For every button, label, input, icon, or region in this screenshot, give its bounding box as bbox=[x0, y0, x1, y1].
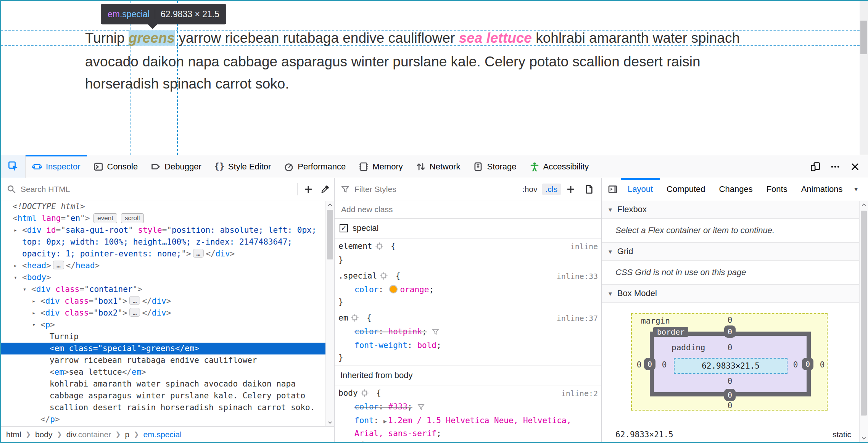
expand-inline-ellipsis[interactable]: … bbox=[129, 308, 140, 317]
breadcrumb-item-em.special[interactable]: em.special bbox=[143, 430, 181, 439]
padding-right-value[interactable]: 0 bbox=[789, 360, 802, 369]
page-scrollbar-thumb[interactable] bbox=[860, 21, 867, 54]
scroll-down-icon[interactable] bbox=[860, 434, 868, 442]
search-html-input[interactable] bbox=[20, 184, 295, 194]
css-rule[interactable]: inline:2body {color: #333;font: ▶1.2em /… bbox=[335, 385, 601, 442]
tab-debugger[interactable]: Debugger bbox=[144, 155, 208, 178]
pseudo-class-toggle[interactable]: :hov bbox=[519, 184, 541, 195]
border-right-value[interactable]: 0 bbox=[802, 358, 813, 370]
dom-node-row[interactable]: <em>sea lettuce</em> bbox=[1, 366, 326, 378]
twisty-expanded-icon[interactable]: ▾ bbox=[32, 319, 35, 331]
breadcrumb-item-html[interactable]: html bbox=[6, 430, 21, 439]
css-declaration[interactable]: color: orange; bbox=[338, 284, 597, 296]
dom-node-row[interactable]: ▸<div class="box1">…</div> bbox=[1, 295, 326, 307]
css-rule[interactable]: inline:33.special {color: orange;} bbox=[335, 268, 601, 310]
css-declaration[interactable]: font-weight: bold; bbox=[338, 339, 597, 351]
padding-top-value[interactable]: 0 bbox=[723, 343, 736, 352]
dom-node-row[interactable]: kohlrabi amaranth water spinach avocado … bbox=[1, 378, 326, 414]
dom-node-row[interactable]: ▸<div id="saka-gui-root" style="position… bbox=[1, 224, 326, 260]
markup-scrollbar-thumb[interactable] bbox=[327, 210, 333, 259]
dom-node-row[interactable]: yarrow ricebean rutabaga endive cauliflo… bbox=[1, 354, 326, 366]
expand-sidebar-icon[interactable] bbox=[605, 178, 621, 200]
rule-source-link[interactable]: inline bbox=[570, 240, 598, 253]
margin-bottom-value[interactable]: 0 bbox=[723, 401, 736, 410]
close-devtools-button[interactable] bbox=[847, 158, 863, 175]
breadcrumb-item-p[interactable]: p bbox=[125, 430, 130, 439]
highlight-selector-icon[interactable] bbox=[361, 388, 369, 401]
padding-bottom-value[interactable]: 0 bbox=[723, 377, 736, 386]
add-rule-button[interactable] bbox=[562, 181, 579, 198]
class-checkbox[interactable]: ✓ bbox=[340, 224, 348, 232]
add-new-class-input[interactable] bbox=[340, 205, 596, 214]
scroll-up-icon[interactable] bbox=[326, 201, 334, 209]
filter-styles-input[interactable] bbox=[354, 184, 519, 194]
page-scrollbar[interactable] bbox=[860, 1, 868, 155]
sidebar-tab-changes[interactable]: Changes bbox=[712, 178, 760, 200]
expand-shorthand-icon[interactable]: ▶ bbox=[383, 418, 387, 425]
margin-right-value[interactable]: 0 bbox=[816, 360, 829, 369]
twisty-expanded-icon[interactable]: ▾ bbox=[23, 284, 26, 295]
overridden-filter-icon[interactable] bbox=[417, 402, 425, 414]
node-badge[interactable]: event bbox=[93, 213, 117, 223]
layout-scrollbar[interactable] bbox=[859, 201, 868, 442]
sidebar-tab-fonts[interactable]: Fonts bbox=[760, 178, 794, 200]
node-badge[interactable]: scroll bbox=[121, 213, 144, 223]
section-header-grid[interactable]: ▼Grid bbox=[602, 243, 860, 261]
create-node-button[interactable] bbox=[300, 181, 317, 198]
dom-node-row[interactable]: ▸<div class="box2">…</div> bbox=[1, 307, 326, 319]
scroll-down-icon[interactable] bbox=[326, 418, 334, 427]
sidebar-tab-animations[interactable]: Animations bbox=[794, 178, 845, 200]
box-model-content-box[interactable]: 62.9833×21.5 bbox=[674, 358, 787, 374]
twisty-collapsed-icon[interactable]: ▸ bbox=[32, 295, 35, 307]
dom-node-row[interactable]: ▾<p> bbox=[1, 319, 326, 331]
rule-source-link[interactable]: inline:2 bbox=[561, 387, 598, 400]
rule-source-link[interactable]: inline:37 bbox=[557, 312, 598, 324]
dom-node-row-selected[interactable]: <em class="special">greens</em> bbox=[1, 343, 326, 354]
expand-inline-ellipsis[interactable]: … bbox=[53, 261, 64, 269]
padding-left-value[interactable]: 0 bbox=[658, 360, 671, 369]
css-declaration[interactable]: └ font-weight: normal; bbox=[338, 440, 597, 442]
highlight-selector-icon[interactable] bbox=[375, 242, 383, 254]
css-declaration[interactable]: font: ▶1.2em / 1.5 Helvetica Neue, Helve… bbox=[338, 414, 597, 440]
sidebar-tab-layout[interactable]: Layout bbox=[621, 178, 660, 200]
breadcrumb-item-div.container[interactable]: div.container bbox=[66, 430, 111, 439]
margin-left-value[interactable]: 0 bbox=[633, 360, 646, 369]
print-media-sim-icon[interactable] bbox=[581, 181, 597, 198]
responsive-design-mode-button[interactable] bbox=[807, 158, 824, 175]
tab-accessibility[interactable]: Accessibility bbox=[523, 155, 596, 178]
css-declaration[interactable]: color: #333; bbox=[338, 401, 597, 414]
twisty-expanded-icon[interactable]: ▾ bbox=[14, 272, 17, 284]
twisty-collapsed-icon[interactable]: ▸ bbox=[32, 307, 35, 319]
border-bottom-value[interactable]: 0 bbox=[724, 389, 736, 401]
margin-top-value[interactable]: 0 bbox=[723, 316, 736, 325]
section-header-box-model[interactable]: ▼Box Model bbox=[602, 285, 860, 303]
eyedropper-button[interactable] bbox=[317, 181, 333, 198]
dom-node-row[interactable]: <!DOCTYPE html> bbox=[1, 201, 326, 213]
highlight-selector-icon[interactable] bbox=[351, 313, 359, 325]
tab-performance[interactable]: Performance bbox=[277, 155, 352, 178]
sidebar-tab-computed[interactable]: Computed bbox=[660, 178, 712, 200]
overridden-filter-icon[interactable] bbox=[432, 327, 440, 339]
dom-node-row[interactable]: <html lang="en">eventscroll bbox=[1, 213, 326, 224]
highlight-selector-icon[interactable] bbox=[380, 271, 388, 284]
rule-source-link[interactable]: inline:33 bbox=[557, 270, 598, 282]
box-model-margin-region[interactable]: 62.9833×21.5marginborderpadding000000000… bbox=[631, 313, 828, 411]
tab-style-editor[interactable]: {}Style Editor bbox=[208, 155, 278, 178]
tab-inspector[interactable]: Inspector bbox=[26, 155, 87, 178]
border-top-value[interactable]: 0 bbox=[724, 325, 736, 338]
dom-node-row[interactable]: ▾<div class="container"> bbox=[1, 284, 326, 295]
tab-storage[interactable]: Storage bbox=[467, 155, 523, 178]
scroll-up-icon[interactable] bbox=[860, 201, 868, 209]
twisty-collapsed-icon[interactable]: ▸ bbox=[14, 260, 17, 272]
class-panel-toggle[interactable]: .cls bbox=[542, 184, 561, 195]
dom-node-row[interactable]: ▾<body> bbox=[1, 272, 326, 284]
css-declaration[interactable]: color: hotpink; bbox=[338, 325, 597, 339]
markup-scrollbar[interactable] bbox=[325, 201, 334, 427]
node-picker-button[interactable] bbox=[1, 155, 26, 178]
dom-node-row[interactable]: ▸<head>…</head> bbox=[1, 260, 326, 272]
css-rule[interactable]: inline:37em {color: hotpink;font-weight:… bbox=[335, 310, 601, 366]
devtools-menu-button[interactable] bbox=[827, 158, 844, 175]
expand-inline-ellipsis[interactable]: … bbox=[193, 249, 204, 258]
section-header-flexbox[interactable]: ▼Flexbox bbox=[602, 201, 860, 219]
all-tabs-chevron-icon[interactable]: ▼ bbox=[853, 178, 859, 200]
